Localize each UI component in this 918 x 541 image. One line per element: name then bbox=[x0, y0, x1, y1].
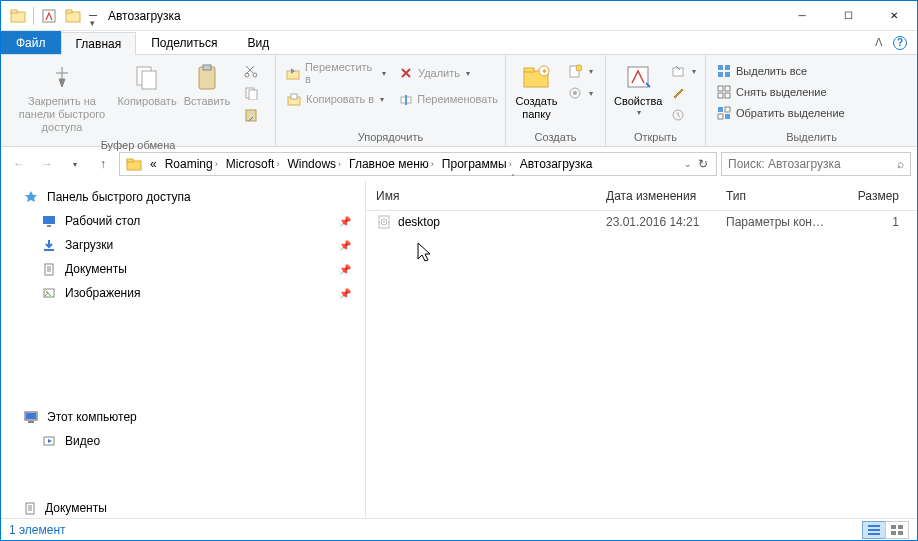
rename-button[interactable]: Переименовать bbox=[394, 89, 502, 109]
nav-recent-button[interactable]: ▾ bbox=[63, 152, 87, 176]
sort-indicator-icon: ˄ bbox=[511, 173, 515, 182]
properties-button[interactable]: Свойства ▾ bbox=[612, 59, 664, 120]
col-type[interactable]: Тип bbox=[716, 181, 836, 210]
clipboard-extras bbox=[237, 59, 265, 127]
col-date[interactable]: Дата изменения bbox=[596, 181, 716, 210]
copy-path-button[interactable] bbox=[239, 83, 263, 103]
maximize-button[interactable]: ☐ bbox=[825, 1, 871, 31]
file-name: desktop bbox=[398, 215, 440, 229]
breadcrumb-seg-3[interactable]: Главное меню› bbox=[345, 157, 438, 171]
select-all-button[interactable]: Выделить все bbox=[712, 61, 811, 81]
invert-selection-button[interactable]: Обратить выделение bbox=[712, 103, 849, 123]
svg-rect-36 bbox=[718, 93, 723, 98]
svg-rect-4 bbox=[66, 10, 72, 13]
tab-view[interactable]: Вид bbox=[232, 31, 284, 54]
history-button[interactable] bbox=[666, 105, 700, 125]
nav-documents-2[interactable]: Документы bbox=[23, 498, 107, 518]
nav-back-button[interactable]: ← bbox=[7, 152, 31, 176]
breadcrumb-seg-0[interactable]: Roaming› bbox=[161, 157, 222, 171]
file-size: 1 bbox=[836, 215, 917, 229]
new-item-button[interactable]: ▾ bbox=[563, 61, 597, 81]
select-group-label: Выделить bbox=[706, 129, 917, 146]
ribbon-collapse-icon[interactable]: ᐱ bbox=[875, 36, 883, 49]
breadcrumb-prefix[interactable]: « bbox=[146, 157, 161, 171]
refresh-icon[interactable]: ↻ bbox=[698, 157, 708, 171]
videos-icon bbox=[41, 433, 57, 449]
address-bar[interactable]: « Roaming› Microsoft› Windows› Главное м… bbox=[119, 152, 717, 176]
properties-icon bbox=[622, 61, 654, 93]
paste-icon bbox=[191, 61, 223, 93]
open-button[interactable]: ▾ bbox=[666, 61, 700, 81]
close-button[interactable]: ✕ bbox=[871, 1, 917, 31]
breadcrumb-seg-4[interactable]: Программы› bbox=[438, 157, 516, 171]
nav-documents[interactable]: Документы 📌 bbox=[1, 257, 365, 281]
nav-downloads[interactable]: Загрузки 📌 bbox=[1, 233, 365, 257]
folder-icon-2[interactable] bbox=[62, 5, 84, 27]
this-pc-icon bbox=[23, 409, 39, 425]
properties-icon[interactable] bbox=[38, 5, 60, 27]
svg-rect-51 bbox=[26, 413, 36, 419]
svg-rect-1 bbox=[11, 10, 17, 13]
breadcrumb-seg-2[interactable]: Windows› bbox=[283, 157, 345, 171]
search-icon[interactable]: ⌕ bbox=[897, 157, 904, 171]
minimize-button[interactable]: ─ bbox=[779, 1, 825, 31]
col-size[interactable]: Размер bbox=[836, 181, 917, 210]
star-icon bbox=[23, 189, 39, 205]
move-to-button[interactable]: Переместить в▾ bbox=[282, 59, 390, 87]
svg-rect-40 bbox=[718, 114, 723, 119]
ribbon-group-select: Выделить все Снять выделение Обратить вы… bbox=[706, 55, 917, 146]
new-folder-button[interactable]: ✦ Создать папку bbox=[512, 59, 561, 123]
nav-videos[interactable]: Видео bbox=[1, 429, 365, 453]
copy-button[interactable]: Копировать bbox=[117, 59, 177, 110]
breadcrumb-seg-1[interactable]: Microsoft› bbox=[222, 157, 284, 171]
svg-rect-43 bbox=[127, 159, 133, 162]
paste-shortcut-button[interactable] bbox=[239, 105, 263, 125]
nav-desktop[interactable]: Рабочий стол 📌 bbox=[1, 209, 365, 233]
select-none-button[interactable]: Снять выделение bbox=[712, 82, 831, 102]
svg-rect-61 bbox=[891, 525, 896, 529]
delete-button[interactable]: Удалить▾ bbox=[394, 59, 484, 87]
qat-dropdown-icon[interactable]: ▾ bbox=[86, 5, 100, 27]
nav-forward-button[interactable]: → bbox=[35, 152, 59, 176]
file-row[interactable]: desktop 23.01.2016 14:21 Параметры конф.… bbox=[366, 211, 917, 233]
breadcrumb-seg-5[interactable]: Автозагрузка bbox=[516, 157, 597, 171]
breadcrumb-root-icon[interactable] bbox=[122, 156, 146, 172]
search-box[interactable]: ⌕ bbox=[721, 152, 911, 176]
icons-view-button[interactable] bbox=[885, 521, 909, 539]
svg-rect-20 bbox=[524, 68, 534, 72]
paste-label: Вставить bbox=[184, 95, 231, 108]
nav-up-button[interactable]: ↑ bbox=[91, 152, 115, 176]
new-item-icon bbox=[567, 63, 583, 79]
easy-access-button[interactable]: ▾ bbox=[563, 83, 597, 103]
svg-rect-8 bbox=[203, 65, 211, 70]
clipboard-group-label: Буфер обмена bbox=[1, 137, 275, 154]
search-input[interactable] bbox=[728, 157, 878, 171]
cut-button[interactable] bbox=[239, 61, 263, 81]
quick-access-toolbar: ▾ bbox=[1, 5, 100, 27]
folder-icon[interactable] bbox=[7, 5, 29, 27]
details-view-button[interactable] bbox=[862, 521, 886, 539]
nav-this-pc[interactable]: Этот компьютер bbox=[1, 405, 365, 429]
file-type: Параметры конф... bbox=[716, 215, 836, 229]
svg-point-57 bbox=[383, 221, 385, 223]
svg-rect-58 bbox=[868, 525, 880, 527]
svg-rect-62 bbox=[898, 525, 903, 529]
address-dropdown-icon[interactable]: ⌄ bbox=[684, 159, 692, 169]
copy-icon bbox=[131, 61, 163, 93]
svg-point-24 bbox=[576, 65, 582, 71]
paste-button[interactable]: Вставить bbox=[177, 59, 237, 110]
tab-file[interactable]: Файл bbox=[1, 31, 61, 54]
edit-button[interactable] bbox=[666, 83, 700, 103]
nav-quick-access[interactable]: Панель быстрого доступа bbox=[1, 185, 365, 209]
col-name[interactable]: Имя bbox=[366, 181, 596, 210]
svg-rect-41 bbox=[725, 114, 730, 119]
delete-icon bbox=[398, 65, 414, 81]
pin-to-quick-access-button[interactable]: Закрепить на панели быстрого доступа bbox=[7, 59, 117, 137]
help-icon[interactable]: ? bbox=[893, 36, 907, 50]
svg-text:✦: ✦ bbox=[540, 67, 547, 76]
nav-pictures[interactable]: Изображения 📌 bbox=[1, 281, 365, 305]
tab-share[interactable]: Поделиться bbox=[136, 31, 232, 54]
copy-to-button[interactable]: Копировать в▾ bbox=[282, 89, 390, 109]
pin-label: Закрепить на панели быстрого доступа bbox=[9, 95, 115, 135]
tab-home[interactable]: Главная bbox=[61, 32, 137, 55]
